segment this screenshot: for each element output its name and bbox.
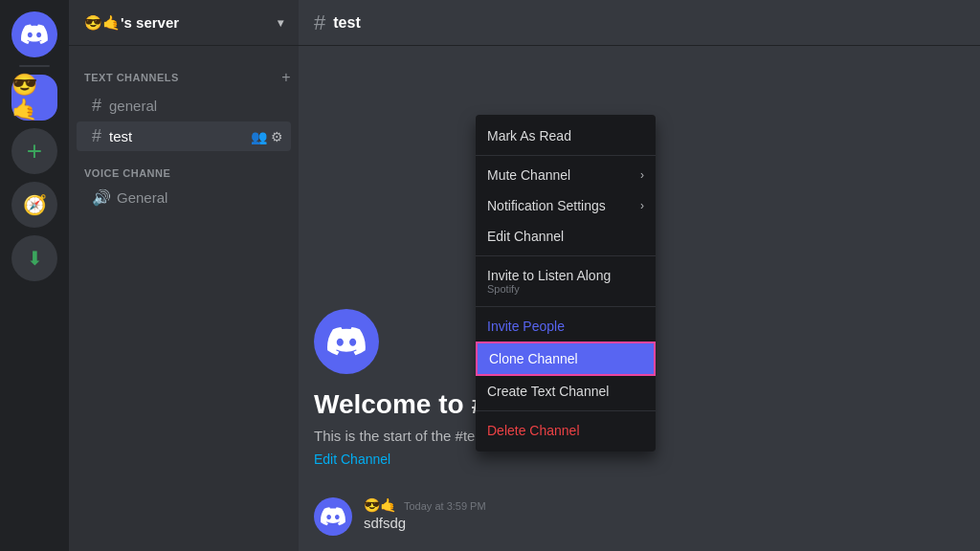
- channel-general-name: general: [109, 98, 157, 114]
- context-clone-channel[interactable]: Clone Channel: [476, 342, 656, 376]
- avatar: [314, 497, 352, 536]
- context-divider-2: [476, 255, 656, 256]
- context-mute-channel[interactable]: Mute Channel ›: [476, 160, 656, 190]
- rail-divider: [19, 65, 50, 67]
- context-create-text-channel[interactable]: Create Text Channel: [476, 376, 656, 407]
- context-notification-settings[interactable]: Notification Settings ›: [476, 190, 656, 221]
- context-divider-1: [476, 155, 656, 156]
- channel-voice-general[interactable]: 🔊 General: [77, 184, 291, 211]
- context-menu: Mark As Read Mute Channel › Notification…: [476, 115, 656, 452]
- edit-channel-link[interactable]: Edit Channel: [314, 452, 965, 467]
- context-mark-as-read[interactable]: Mark As Read: [476, 121, 656, 151]
- welcome-icon: [314, 309, 379, 374]
- server-emoji: 😎🤙: [11, 73, 57, 122]
- message-header: 😎🤙 Today at 3:59 PM: [364, 497, 486, 513]
- context-invite-people[interactable]: Invite People: [476, 311, 656, 342]
- active-server-icon[interactable]: 😎🤙: [11, 75, 57, 121]
- text-channels-category[interactable]: TEXT CHANNELS +: [69, 54, 299, 90]
- context-delete-channel[interactable]: Delete Channel: [476, 415, 656, 446]
- invite-listen-sublabel: Spotify: [487, 283, 611, 295]
- delete-channel-label: Delete Channel: [487, 423, 580, 438]
- create-text-channel-label: Create Text Channel: [487, 384, 609, 399]
- add-server-button[interactable]: +: [11, 128, 57, 174]
- edit-channel-label: Edit Channel: [487, 229, 564, 244]
- explore-button[interactable]: 🧭: [11, 182, 57, 228]
- mark-as-read-label: Mark As Read: [487, 128, 571, 143]
- channel-test-name: test: [109, 128, 132, 144]
- message-username: 😎🤙: [364, 497, 396, 513]
- context-divider-4: [476, 410, 656, 411]
- clone-channel-label: Clone Channel: [489, 351, 578, 366]
- channel-general[interactable]: # general: [77, 91, 291, 121]
- main-content: # test Welcome to #test! This is the sta…: [299, 0, 980, 551]
- chevron-right-icon: ›: [640, 168, 644, 182]
- download-button[interactable]: ⬇: [11, 235, 57, 281]
- hash-icon: #: [92, 96, 101, 116]
- context-invite-listen[interactable]: Invite to Listen Along Spotify: [476, 260, 656, 302]
- voice-channels-category[interactable]: VOICE CHANNE: [69, 152, 299, 183]
- invite-people-label: Invite People: [487, 319, 565, 334]
- server-rail: 😎🤙 + 🧭 ⬇: [0, 0, 69, 551]
- context-edit-channel[interactable]: Edit Channel: [476, 221, 656, 252]
- header-channel-name: test: [333, 14, 360, 32]
- voice-icon: 🔊: [92, 188, 111, 207]
- add-text-channel-button[interactable]: +: [281, 69, 291, 86]
- invite-listen-group: Invite to Listen Along Spotify: [487, 268, 611, 295]
- server-name: 😎🤙's server: [84, 14, 274, 32]
- voice-channels-label: VOICE CHANNE: [84, 167, 170, 179]
- main-header: # test: [299, 0, 980, 46]
- server-header[interactable]: 😎🤙's server ▾: [69, 0, 299, 46]
- context-divider-3: [476, 306, 656, 307]
- discord-logo-icon[interactable]: [11, 11, 57, 57]
- message-timestamp: Today at 3:59 PM: [404, 500, 486, 512]
- channel-icons: 👥 ⚙: [251, 129, 283, 144]
- message-content: 😎🤙 Today at 3:59 PM sdfsdg: [364, 497, 486, 531]
- invite-listen-label: Invite to Listen Along: [487, 268, 611, 283]
- message-area: 😎🤙 Today at 3:59 PM sdfsdg: [314, 497, 965, 536]
- channel-sidebar: 😎🤙's server ▾ TEXT CHANNELS + # general …: [69, 0, 299, 551]
- message-text: sdfsdg: [364, 515, 486, 531]
- header-hash-icon: #: [314, 11, 325, 35]
- text-channels-label: TEXT CHANNELS: [84, 72, 179, 83]
- hash-icon: #: [92, 126, 101, 146]
- server-chevron-icon: ▾: [278, 16, 283, 30]
- channel-list: TEXT CHANNELS + # general # test 👥 ⚙ VOI…: [69, 46, 299, 220]
- add-member-icon[interactable]: 👥: [251, 129, 267, 144]
- settings-icon[interactable]: ⚙: [271, 129, 283, 144]
- channel-test[interactable]: # test 👥 ⚙: [77, 121, 291, 151]
- voice-channel-name: General: [117, 189, 167, 206]
- chevron-right-icon: ›: [640, 199, 644, 212]
- notification-settings-label: Notification Settings: [487, 198, 606, 213]
- mute-channel-label: Mute Channel: [487, 167, 570, 183]
